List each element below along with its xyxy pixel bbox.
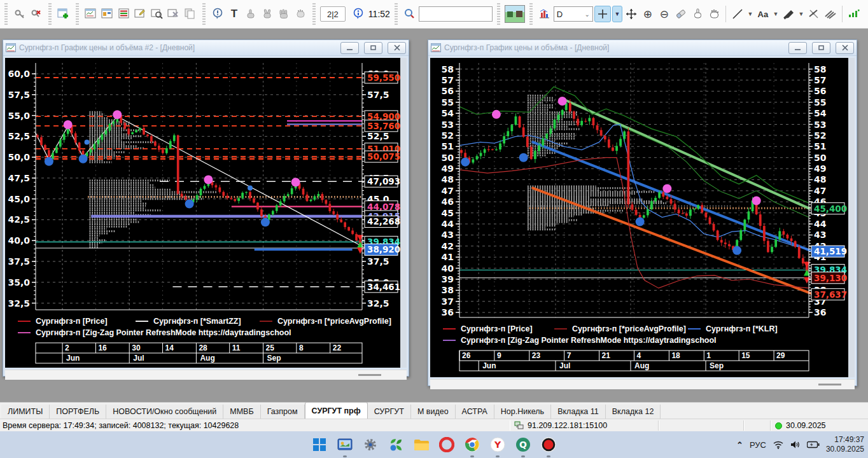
y-axis-tick: 50 <box>814 153 827 163</box>
workspace-tab-6[interactable]: СУРГУТ прф <box>305 402 368 419</box>
price-chart[interactable]: 5858575756565555545453535252515150504949… <box>430 58 848 377</box>
hand-three-icon[interactable] <box>276 6 291 22</box>
chart-window-icon[interactable] <box>83 6 99 22</box>
hand-one-icon[interactable] <box>243 6 258 22</box>
restore-button[interactable] <box>812 42 830 54</box>
zoom-in-icon[interactable]: ⊕ <box>640 6 655 22</box>
svg-text:Y: Y <box>494 440 501 450</box>
vertical-scrollbar[interactable] <box>848 58 855 377</box>
workspace-tab-9[interactable]: АСТРА <box>456 405 494 419</box>
edit-window-icon[interactable] <box>133 6 148 22</box>
toolbar-grip[interactable] <box>395 3 398 25</box>
workspace-tab-5[interactable]: Газпром <box>261 405 305 419</box>
display-settings-app-icon[interactable] <box>337 436 353 453</box>
screen-recorder-icon[interactable] <box>540 436 557 453</box>
opera-browser-icon[interactable] <box>438 436 455 453</box>
crosshair-tool-button[interactable] <box>594 6 611 22</box>
toolbar-grip[interactable] <box>497 3 500 25</box>
yandex-browser-icon[interactable]: Y <box>489 436 506 453</box>
toolbar-grip[interactable] <box>48 3 52 25</box>
workspace-tab-7[interactable]: СУРГУТ <box>368 405 411 419</box>
toolbar-grip[interactable] <box>76 3 79 25</box>
text-annotation-dropdown[interactable]: ▼ <box>772 6 780 22</box>
window-titlebar[interactable]: Сургнфгз-п График цены и объёма - [Дневн… <box>428 40 857 56</box>
chrome-browser-icon[interactable] <box>464 436 480 453</box>
tray-overflow-chevron[interactable]: ⌃ <box>736 440 743 450</box>
hand-point-icon[interactable] <box>690 6 705 22</box>
toolbar-grip[interactable] <box>4 3 8 25</box>
eraser-icon[interactable] <box>673 6 689 22</box>
x-axis-day: 9 <box>497 351 501 360</box>
search-window-icon[interactable] <box>150 6 165 22</box>
vertical-scrollbar[interactable] <box>400 58 407 368</box>
workspace-tab-3[interactable]: НОВОСТИ/Окно сообщений <box>106 405 223 419</box>
new-window-icon[interactable] <box>56 6 71 22</box>
toolbar-grip[interactable] <box>202 3 206 25</box>
green-ticks-icon[interactable] <box>846 6 862 22</box>
line-tool-icon[interactable] <box>730 6 745 22</box>
table-window-icon[interactable] <box>100 6 115 22</box>
zigzag-pointer-dot <box>732 246 741 255</box>
file-explorer-icon[interactable] <box>413 436 430 453</box>
scrollbar-thumb[interactable] <box>358 374 381 376</box>
quik-app-icon[interactable]: Q <box>515 436 531 453</box>
horizontal-scrollbar[interactable] <box>5 370 407 380</box>
green-tiles-app-icon[interactable] <box>388 436 404 453</box>
toolbar-grip[interactable] <box>529 3 533 25</box>
wifi-icon[interactable] <box>773 440 784 449</box>
y-axis-tick: 37,5 <box>367 256 389 267</box>
move-tool-icon[interactable] <box>624 6 639 22</box>
settings-gear-icon[interactable] <box>362 436 379 453</box>
language-indicator[interactable]: РУС <box>750 440 766 450</box>
marker-tool-dropdown[interactable]: ▼ <box>797 6 805 22</box>
volume-icon[interactable] <box>790 440 801 449</box>
hand-pan-icon[interactable] <box>706 6 722 22</box>
horizontal-scrollbar[interactable] <box>430 379 855 389</box>
workspace-tab-2[interactable]: ПОРТФЕЛЬ <box>50 405 106 419</box>
text-annotation-icon[interactable]: Aa <box>755 6 771 22</box>
window-titlebar[interactable]: Сургнфгз-п График цены и объёма #2 - [Дн… <box>3 40 409 56</box>
workspace-tab-4[interactable]: ММВБ <box>223 405 260 419</box>
hide-drawings-icon[interactable] <box>806 6 822 22</box>
minimize-button[interactable] <box>788 42 807 54</box>
line-tool-dropdown[interactable]: ▼ <box>746 6 754 22</box>
toolbar-grip[interactable] <box>312 3 316 25</box>
zigzag-pointer-dot <box>185 200 194 209</box>
battery-icon[interactable] <box>807 441 820 448</box>
close-button[interactable] <box>388 42 406 54</box>
timeframe-select[interactable]: D⌄ <box>554 6 593 22</box>
hand-two-icon[interactable] <box>260 6 275 22</box>
taskbar-clock[interactable]: 17:49:37 30.09.2025 <box>826 435 864 454</box>
search-input[interactable] <box>419 6 493 22</box>
close-window-icon[interactable] <box>166 6 181 22</box>
desktop-picture-icon[interactable] <box>505 5 525 23</box>
price-chart[interactable]: 60,060,057,557,555,055,052,552,550,050,0… <box>5 58 400 368</box>
workspace-tab-8[interactable]: М видео <box>411 405 456 419</box>
y-axis-tick: 60,0 <box>8 69 30 79</box>
info-balloon-icon[interactable] <box>351 6 366 22</box>
windows-count-button[interactable]: 2|2 <box>320 6 346 22</box>
workspace-tab-10[interactable]: Нор.Никель <box>494 405 551 419</box>
y-axis-tick: 52,5 <box>367 131 389 141</box>
copy-window-icon[interactable] <box>183 6 198 22</box>
minimize-button[interactable] <box>340 42 359 54</box>
text-tool-icon[interactable]: T <box>227 6 242 22</box>
connect-key-icon[interactable] <box>12 6 27 22</box>
workspace-tab-12[interactable]: Вкладка 12 <box>606 405 661 419</box>
search-icon[interactable] <box>402 6 417 22</box>
hand-grab-icon[interactable] <box>293 6 308 22</box>
workspace-tab-1[interactable]: ЛИМИТЫ <box>1 405 50 419</box>
alert-balloon-icon[interactable] <box>210 6 225 22</box>
hide-all-drawings-icon[interactable] <box>823 6 838 22</box>
disconnect-key-icon[interactable] <box>29 6 44 22</box>
marker-tool-icon[interactable] <box>781 6 796 22</box>
close-button[interactable] <box>836 42 854 54</box>
start-button[interactable] <box>311 436 328 453</box>
scrollbar-thumb[interactable] <box>818 384 841 385</box>
zoom-out-icon[interactable]: ⊖ <box>657 6 672 22</box>
zigzag-pointer-dot <box>461 158 470 167</box>
workspace-tab-11[interactable]: Вкладка 11 <box>551 405 606 419</box>
crosshair-dropdown[interactable]: ▼ <box>612 6 622 22</box>
restore-button[interactable] <box>364 42 382 54</box>
quotes-list-icon[interactable] <box>116 6 132 22</box>
